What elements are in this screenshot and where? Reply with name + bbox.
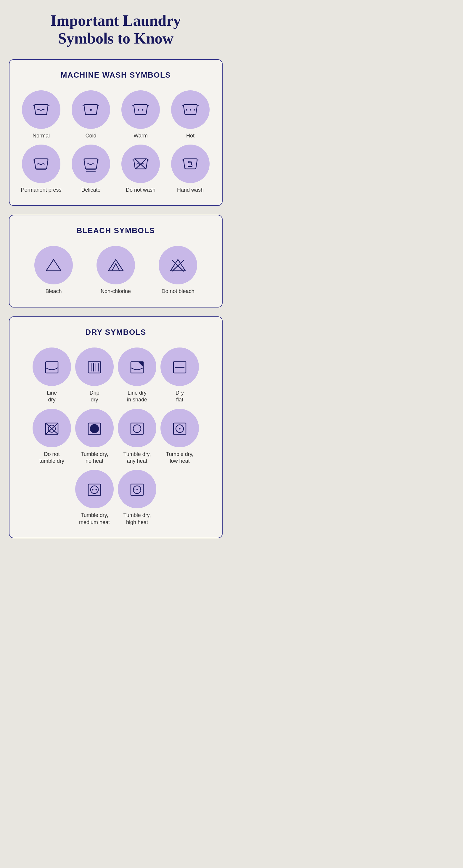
svg-point-10 [190, 109, 191, 110]
symbol-drip-dry: Dripdry [74, 347, 115, 403]
symbol-circle-tumble-medium-heat [75, 470, 114, 508]
svg-point-62 [140, 489, 141, 490]
symbol-tumble-medium-heat: Tumble dry,medium heat [74, 470, 115, 526]
symbol-label-bleach: Bleach [45, 288, 62, 295]
symbol-non-chlorine: Non-chlorine [91, 246, 141, 295]
symbol-line-dry-shade: Line dryin shade [117, 347, 158, 403]
symbol-hot: Hot [167, 90, 214, 139]
symbol-circle-delicate [72, 145, 110, 183]
svg-point-57 [96, 489, 97, 491]
symbol-label-drip-dry: Dripdry [90, 390, 99, 403]
symbol-label-tumble-low-heat: Tumble dry,low heat [166, 451, 193, 465]
dry-grid: Linedry Dripdry [18, 347, 214, 526]
svg-point-60 [133, 489, 134, 490]
symbol-line-dry: Linedry [31, 347, 72, 403]
symbol-label-tumble-any-heat: Tumble dry,any heat [123, 451, 151, 465]
symbol-label-cold: Cold [85, 132, 96, 139]
symbol-label-non-chlorine: Non-chlorine [101, 288, 131, 295]
symbol-tumble-any-heat: Tumble dry,any heat [117, 409, 158, 465]
svg-point-50 [133, 425, 141, 433]
symbol-circle-tumble-any-heat [118, 409, 156, 447]
symbol-bleach: Bleach [28, 246, 79, 295]
svg-rect-34 [45, 362, 58, 373]
symbol-circle-do-not-tumble-dry [33, 409, 71, 447]
bleach-grid: Bleach Non-chlorine [18, 246, 214, 295]
symbol-label-tumble-high-heat: Tumble dry,high heat [123, 512, 151, 526]
symbol-circle-tumble-low-heat [161, 409, 199, 447]
symbol-circle-permanent-press [22, 145, 60, 183]
symbol-tumble-high-heat: Tumble dry,high heat [117, 470, 158, 526]
symbol-circle-cold [72, 90, 110, 129]
symbol-circle-dry-flat [161, 347, 199, 386]
symbol-tumble-no-heat: Tumble dry,no heat [74, 409, 115, 465]
svg-point-6 [142, 109, 143, 111]
symbol-circle-line-dry [33, 347, 71, 386]
symbol-circle-non-chlorine [97, 246, 135, 284]
symbol-label-hand-wash: Hand wash [177, 187, 204, 193]
svg-point-11 [194, 109, 195, 110]
symbol-label-normal: Normal [33, 132, 50, 139]
svg-point-9 [186, 109, 187, 110]
symbol-circle-do-not-bleach [159, 246, 197, 284]
symbol-permanent-press: Permanent press [18, 145, 65, 193]
symbol-tumble-low-heat: Tumble dry,low heat [159, 409, 200, 465]
symbol-do-not-tumble-dry: Do nottumble dry [31, 409, 72, 465]
symbol-cold: Cold [67, 90, 114, 139]
symbol-circle-normal [22, 90, 60, 129]
bleach-section: BLEACH SYMBOLS Bleach Non-chlorine [9, 215, 223, 307]
symbol-circle-line-dry-shade [118, 347, 156, 386]
symbol-label-delicate: Delicate [81, 187, 100, 193]
symbol-circle-tumble-high-heat [118, 470, 156, 508]
symbol-do-not-bleach: Do not bleach [153, 246, 203, 295]
symbol-dry-flat: Dryflat [159, 347, 200, 403]
symbol-circle-do-not-wash [121, 145, 160, 183]
bleach-title: BLEACH SYMBOLS [18, 226, 214, 235]
symbol-do-not-wash: Do not wash [117, 145, 164, 193]
symbol-label-line-dry-shade: Line dryin shade [127, 390, 147, 403]
symbol-circle-drip-dry [75, 347, 114, 386]
symbol-label-do-not-wash: Do not wash [126, 187, 156, 193]
symbol-label-warm: Warm [133, 132, 147, 139]
symbol-label-hot: Hot [186, 132, 195, 139]
svg-marker-27 [46, 259, 61, 271]
symbol-label-dry-flat: Dryflat [175, 390, 184, 403]
svg-rect-35 [88, 362, 101, 373]
symbol-label-line-dry: Linedry [47, 390, 57, 403]
symbol-normal: Normal [18, 90, 65, 139]
svg-point-56 [92, 489, 94, 491]
svg-point-2 [90, 109, 92, 111]
symbol-label-tumble-medium-heat: Tumble dry,medium heat [79, 512, 110, 526]
svg-point-61 [136, 489, 138, 490]
svg-point-5 [138, 109, 139, 111]
symbol-label-do-not-bleach: Do not bleach [161, 288, 194, 295]
symbol-circle-warm [121, 90, 160, 129]
symbol-circle-hand-wash [171, 145, 209, 183]
symbol-label-permanent-press: Permanent press [21, 187, 61, 193]
machine-wash-title: MACHINE WASH SYMBOLS [18, 70, 214, 80]
symbol-circle-bleach [34, 246, 73, 284]
svg-point-53 [179, 428, 180, 429]
symbol-warm: Warm [117, 90, 164, 139]
symbol-circle-tumble-no-heat [75, 409, 114, 447]
page-title: Important LaundrySymbols to Know [51, 12, 181, 48]
dry-section: DRY SYMBOLS Linedry [9, 316, 223, 538]
machine-wash-section: MACHINE WASH SYMBOLS Normal [9, 59, 223, 206]
symbol-label-tumble-no-heat: Tumble dry,no heat [80, 451, 108, 465]
symbol-label-do-not-tumble-dry: Do nottumble dry [39, 451, 64, 465]
svg-point-55 [91, 486, 98, 494]
machine-wash-grid: Normal Cold [18, 90, 214, 194]
symbol-hand-wash: Hand wash [167, 145, 214, 193]
dry-title: DRY SYMBOLS [18, 328, 214, 337]
svg-point-48 [90, 425, 99, 433]
svg-marker-28 [108, 259, 123, 271]
symbol-delicate: Delicate [67, 145, 114, 193]
symbol-circle-hot [171, 90, 209, 129]
